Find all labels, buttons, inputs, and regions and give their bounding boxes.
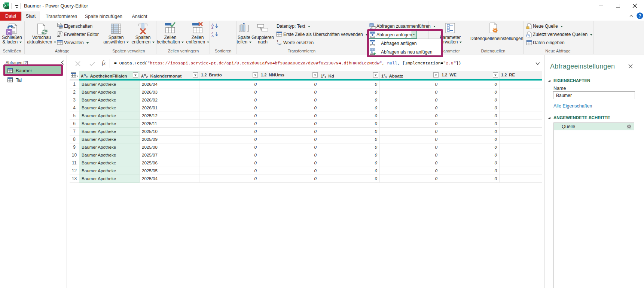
svg-text:Z: Z [211,26,213,29]
svg-text:1: 1 [277,39,278,43]
svg-text:A: A [211,34,214,37]
svg-text:?: ? [638,13,641,19]
svg-text:X: X [4,3,7,7]
svg-text:2: 2 [280,42,281,45]
